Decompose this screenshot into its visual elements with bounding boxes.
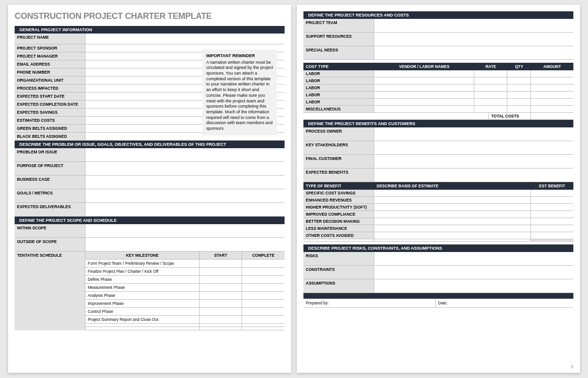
- field-value[interactable]: [374, 127, 573, 141]
- cost-rate[interactable]: [474, 77, 507, 84]
- benefit-basis[interactable]: [374, 225, 531, 232]
- field-value[interactable]: [374, 155, 573, 168]
- cost-col-rate: RATE: [474, 63, 507, 70]
- field-value[interactable]: [85, 176, 285, 189]
- milestone-name[interactable]: [85, 327, 200, 330]
- cost-amount[interactable]: [531, 92, 573, 98]
- milestone-complete[interactable]: [242, 300, 285, 307]
- milestone-complete[interactable]: [242, 316, 285, 323]
- milestone-complete[interactable]: [242, 284, 285, 291]
- benefit-row: OTHER COSTS AVOIDED: [303, 232, 573, 239]
- milestone-start[interactable]: [200, 300, 242, 307]
- cost-row: LABOR: [303, 84, 573, 92]
- cost-rate[interactable]: [474, 92, 507, 98]
- prepared-by-label[interactable]: Prepared by:: [303, 299, 436, 307]
- field-value[interactable]: [374, 266, 573, 279]
- milestone-name[interactable]: Form Project Team / Preliminary Review /…: [85, 260, 200, 267]
- milestone-name[interactable]: Define Phase: [85, 276, 200, 283]
- cost-vendor[interactable]: [374, 106, 474, 112]
- field-value[interactable]: [374, 141, 573, 154]
- field-value[interactable]: [85, 162, 285, 175]
- milestone-complete[interactable]: [242, 292, 285, 299]
- milestone-complete[interactable]: [242, 268, 285, 275]
- cost-vendor[interactable]: [374, 77, 474, 84]
- cost-rate[interactable]: [474, 106, 507, 112]
- milestone-complete[interactable]: [242, 308, 285, 315]
- benefit-est[interactable]: [531, 190, 573, 196]
- field-value[interactable]: [374, 168, 573, 182]
- cost-amount[interactable]: [531, 106, 573, 112]
- milestone-complete[interactable]: [242, 327, 285, 330]
- benefit-basis[interactable]: [374, 197, 531, 203]
- milestone-start[interactable]: [200, 276, 242, 283]
- milestone-complete[interactable]: [242, 276, 285, 283]
- cost-qty[interactable]: [507, 106, 531, 112]
- total-costs-value[interactable]: [531, 113, 573, 119]
- benefit-type: IMPROVED COMPLIANCE: [303, 211, 374, 218]
- cost-rate[interactable]: [474, 70, 507, 77]
- milestone-name[interactable]: Measurement Phase: [85, 284, 200, 291]
- benefit-basis[interactable]: [374, 232, 531, 239]
- benefit-est[interactable]: [531, 232, 573, 239]
- milestone-start[interactable]: [200, 292, 242, 299]
- milestone-start[interactable]: [200, 316, 242, 323]
- milestone-start[interactable]: [200, 260, 242, 267]
- cost-vendor[interactable]: [374, 84, 474, 91]
- cost-amount[interactable]: [531, 84, 573, 91]
- cost-amount[interactable]: [531, 70, 573, 77]
- milestone-start[interactable]: [200, 327, 242, 330]
- cost-type: MISCELLANEOUS: [303, 106, 374, 112]
- field-value[interactable]: [374, 33, 573, 46]
- milestone-complete[interactable]: [242, 324, 285, 327]
- milestone-name[interactable]: Project Summary Report and Close Out: [85, 316, 200, 323]
- field-value[interactable]: [85, 238, 285, 251]
- cost-amount[interactable]: [531, 77, 573, 84]
- field-value[interactable]: [85, 148, 285, 161]
- benefit-est[interactable]: [531, 197, 573, 203]
- benefit-basis[interactable]: [374, 190, 531, 196]
- field-value[interactable]: [85, 34, 285, 44]
- cost-qty[interactable]: [507, 77, 531, 84]
- milestone-start[interactable]: [200, 284, 242, 291]
- field-value[interactable]: [374, 279, 573, 293]
- cost-amount[interactable]: [531, 99, 573, 105]
- cost-vendor[interactable]: [374, 99, 474, 105]
- field-value[interactable]: [374, 252, 573, 265]
- field-value[interactable]: [374, 46, 573, 59]
- benefit-basis[interactable]: [374, 218, 531, 225]
- milestone-name[interactable]: Analysis Phase: [85, 292, 200, 299]
- milestone-complete[interactable]: [242, 260, 285, 267]
- milestone-row: Define Phase: [85, 276, 285, 284]
- benefit-est[interactable]: [531, 211, 573, 218]
- cost-rate[interactable]: [474, 99, 507, 105]
- milestone-start[interactable]: [200, 308, 242, 315]
- field-value[interactable]: [85, 189, 285, 202]
- milestone-name[interactable]: Improvement Phase: [85, 300, 200, 307]
- benefit-basis[interactable]: [374, 204, 531, 210]
- cost-qty[interactable]: [507, 84, 531, 91]
- milestone-start[interactable]: [200, 268, 242, 275]
- field-label: GREEN BELTS ASSIGNED: [15, 125, 85, 132]
- benefit-basis[interactable]: [374, 211, 531, 218]
- cost-vendor[interactable]: [374, 70, 474, 77]
- milestone-name[interactable]: Control Phase: [85, 308, 200, 315]
- cost-vendor[interactable]: [374, 92, 474, 98]
- benefit-est[interactable]: [531, 204, 573, 210]
- field-label: EXPECTED DELIVERABLES: [15, 203, 85, 216]
- cost-qty[interactable]: [507, 70, 531, 77]
- cost-rate[interactable]: [474, 84, 507, 91]
- cost-qty[interactable]: [507, 99, 531, 105]
- field-label: BLACK BELTS ASSIGNED: [15, 133, 85, 140]
- field-value[interactable]: [374, 19, 573, 32]
- benefit-row: ENHANCED REVENUES: [303, 197, 573, 204]
- milestone-name[interactable]: [85, 324, 200, 327]
- milestone-name[interactable]: Finalize Project Plan / Charter / Kick O…: [85, 268, 200, 275]
- field-value[interactable]: [85, 203, 285, 216]
- field-label: OUTSIDE OF SCOPE: [15, 238, 85, 251]
- cost-qty[interactable]: [507, 92, 531, 98]
- field-value[interactable]: [85, 224, 285, 237]
- benefit-est[interactable]: [531, 225, 573, 232]
- benefit-est[interactable]: [531, 218, 573, 225]
- date-label[interactable]: Date:: [436, 299, 573, 307]
- milestone-start[interactable]: [200, 324, 242, 327]
